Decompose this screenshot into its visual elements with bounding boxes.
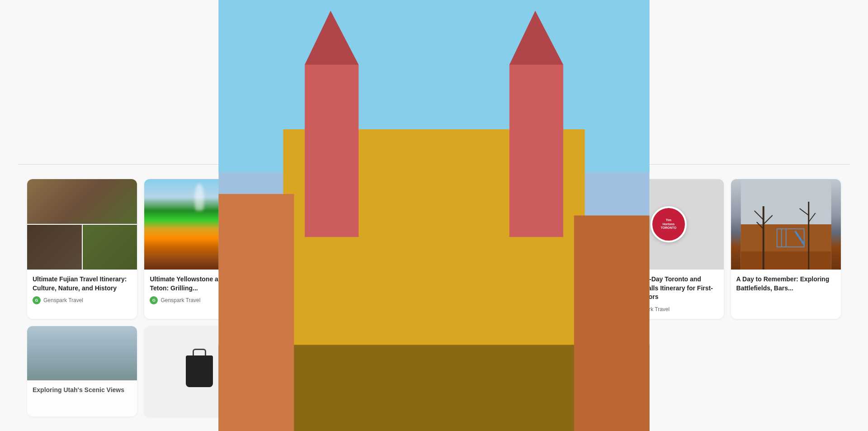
cards-grid: Ultimate Fujian Travel Itinerary: Cultur… bbox=[18, 179, 850, 319]
sparkpages-section: 7,206,676 Sparkpages i Ultimate Fujian T… bbox=[0, 161, 868, 417]
bag-icon bbox=[186, 355, 213, 387]
card-mexico[interactable]: Exploring Your Travel Options: Mexico Ci… bbox=[496, 179, 606, 319]
svg-rect-21 bbox=[574, 216, 606, 319]
bag-shape-container bbox=[186, 355, 213, 387]
utah-row2-img bbox=[27, 326, 137, 380]
mexico-image bbox=[496, 179, 606, 270]
park-svg bbox=[731, 179, 841, 270]
park-image bbox=[731, 179, 841, 270]
card-utah-row2-title: Exploring Utah's Scenic Views bbox=[33, 386, 132, 395]
mexico-svg bbox=[496, 179, 606, 319]
bag-handle bbox=[193, 349, 206, 355]
svg-rect-17 bbox=[509, 179, 563, 237]
card-utah-row2-body: Exploring Utah's Scenic Views bbox=[27, 380, 137, 404]
card-utah-row2[interactable]: Exploring Utah's Scenic Views bbox=[27, 326, 137, 417]
